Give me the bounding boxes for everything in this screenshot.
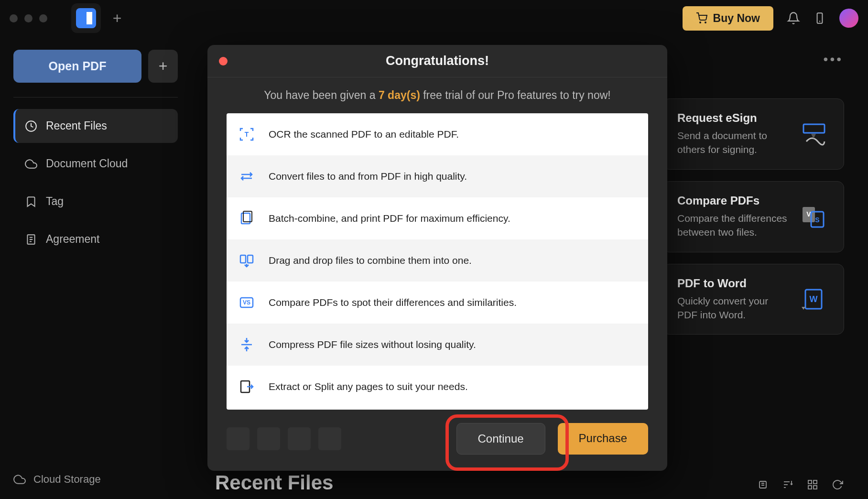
- sidebar-label: Recent Files: [46, 119, 107, 132]
- user-avatar[interactable]: [839, 9, 858, 28]
- svg-text:VS: VS: [243, 299, 250, 306]
- clock-icon: [25, 120, 37, 132]
- esign-icon: [797, 111, 829, 157]
- tabs: +: [71, 3, 129, 33]
- sidebar-item-document-cloud[interactable]: Document Cloud: [13, 147, 178, 181]
- svg-point-1: [705, 22, 706, 23]
- bookmark-icon: [25, 195, 37, 208]
- ocr-icon: T: [238, 126, 255, 143]
- card-compare-pdfs[interactable]: Compare PDFs Compare the differences bet…: [662, 181, 844, 252]
- sidebar-label: Agreement: [46, 233, 100, 246]
- feature-row-convert: Convert files to and from PDF in high qu…: [227, 155, 648, 197]
- word-icon: W: [797, 277, 829, 322]
- badge-icon: [288, 427, 311, 450]
- modal-title: Congratulations!: [219, 54, 656, 68]
- combine-icon: [238, 252, 255, 269]
- refresh-icon[interactable]: [832, 479, 843, 490]
- feature-text: Extract or Split any pages to suit your …: [269, 381, 468, 392]
- svg-rect-31: [240, 255, 246, 263]
- sidebar: Open PDF + Recent Files Document Cloud: [0, 36, 191, 499]
- divider: [13, 97, 178, 98]
- cloud-icon: [13, 473, 26, 486]
- grid-icon[interactable]: [807, 479, 818, 490]
- feature-text: Compare PDFs to spot their differences a…: [269, 297, 517, 308]
- svg-text:T: T: [245, 130, 249, 138]
- sidebar-item-tag[interactable]: Tag: [13, 184, 178, 218]
- titlebar-actions: Buy Now: [683, 6, 858, 31]
- svg-rect-24: [808, 486, 812, 489]
- create-button[interactable]: +: [148, 50, 178, 83]
- more-icon[interactable]: •••: [824, 52, 843, 67]
- buy-now-button[interactable]: Buy Now: [683, 6, 773, 31]
- badge-icon: [227, 427, 250, 450]
- card-pdf-to-word[interactable]: PDF to Word Quickly convert your PDF int…: [662, 264, 844, 335]
- pin-icon[interactable]: [757, 479, 769, 490]
- feature-row-compress: Compress PDF file sizes without losing q…: [227, 324, 648, 366]
- extract-icon: [238, 378, 255, 395]
- sidebar-cloud-storage[interactable]: Cloud Storage: [13, 473, 178, 486]
- modal-footer: Continue Purchase: [207, 410, 667, 471]
- window-maximize[interactable]: [39, 14, 47, 22]
- svg-rect-23: [814, 480, 817, 484]
- purchase-button[interactable]: Purchase: [558, 423, 648, 455]
- vs-icon: VS: [238, 294, 255, 311]
- sidebar-label: Document Cloud: [46, 157, 128, 170]
- card-title: Request eSign: [677, 111, 787, 125]
- subtitle-prefix: You have been given a: [264, 89, 379, 101]
- trial-modal: Congratulations! You have been given a 7…: [207, 45, 667, 471]
- card-desc: Quickly convert your PDF into Word.: [677, 294, 787, 322]
- cloud-storage-label: Cloud Storage: [33, 473, 101, 486]
- compress-icon: [238, 336, 255, 353]
- feature-row-compare: VS Compare PDFs to spot their difference…: [227, 282, 648, 324]
- feature-list[interactable]: T OCR the scanned PDF to an editable PDF…: [227, 113, 648, 410]
- card-request-esign[interactable]: Request eSign Send a document to others …: [662, 98, 844, 170]
- card-title: Compare PDFs: [677, 194, 787, 207]
- feature-row-batch: Batch-combine, and print PDF for maximum…: [227, 197, 648, 239]
- cart-icon: [696, 12, 707, 24]
- sidebar-item-agreement[interactable]: Agreement: [13, 222, 178, 256]
- svg-rect-32: [248, 255, 253, 263]
- modal-header: Congratulations!: [207, 45, 667, 77]
- feature-text: Drag and drop files to combine them into…: [269, 255, 472, 266]
- window-minimize[interactable]: [24, 14, 33, 22]
- modal-subtitle: You have been given a 7 day(s) free tria…: [207, 77, 667, 113]
- new-tab-button[interactable]: +: [106, 7, 129, 30]
- feature-text: Batch-combine, and print PDF for maximum…: [269, 213, 510, 224]
- app-tab-home[interactable]: [71, 3, 101, 33]
- svg-rect-17: [760, 481, 766, 488]
- trust-badges: [227, 427, 341, 450]
- mobile-icon[interactable]: [814, 12, 826, 24]
- subtitle-suffix: free trial of our Pro features to try no…: [420, 89, 611, 101]
- bell-icon[interactable]: [787, 11, 800, 25]
- cloud-icon: [25, 158, 37, 170]
- view-tools: [757, 479, 843, 490]
- continue-button[interactable]: Continue: [456, 423, 545, 455]
- svg-rect-25: [814, 486, 817, 489]
- feature-row-ocr: T OCR the scanned PDF to an editable PDF…: [227, 113, 648, 155]
- svg-rect-2: [817, 13, 823, 23]
- svg-rect-9: [803, 124, 825, 133]
- card-title: PDF to Word: [677, 277, 787, 290]
- titlebar: + Buy Now: [0, 0, 868, 36]
- svg-point-0: [700, 22, 701, 23]
- svg-rect-22: [808, 480, 812, 484]
- badge-icon: [257, 427, 280, 450]
- feature-row-combine: Drag and drop files to combine them into…: [227, 239, 648, 282]
- feature-text: Compress PDF file sizes without losing q…: [269, 339, 476, 350]
- open-pdf-button[interactable]: Open PDF: [13, 50, 141, 83]
- subtitle-highlight: 7 day(s): [379, 89, 420, 101]
- svg-text:W: W: [810, 294, 818, 304]
- svg-text:S: S: [815, 216, 819, 224]
- window-close[interactable]: [10, 14, 18, 22]
- sort-icon[interactable]: [782, 479, 793, 490]
- sidebar-item-recent-files[interactable]: Recent Files: [13, 109, 178, 143]
- feature-text: OCR the scanned PDF to an editable PDF.: [269, 129, 459, 140]
- traffic-lights: [10, 14, 47, 22]
- recent-files-heading: Recent Files: [215, 471, 333, 494]
- batch-icon: [238, 210, 255, 227]
- app-logo-icon: [76, 8, 96, 28]
- sidebar-label: Tag: [46, 195, 64, 208]
- feature-text: Convert files to and from PDF in high qu…: [269, 171, 467, 182]
- document-icon: [25, 233, 37, 246]
- feature-row-extract: Extract or Split any pages to suit your …: [227, 366, 648, 408]
